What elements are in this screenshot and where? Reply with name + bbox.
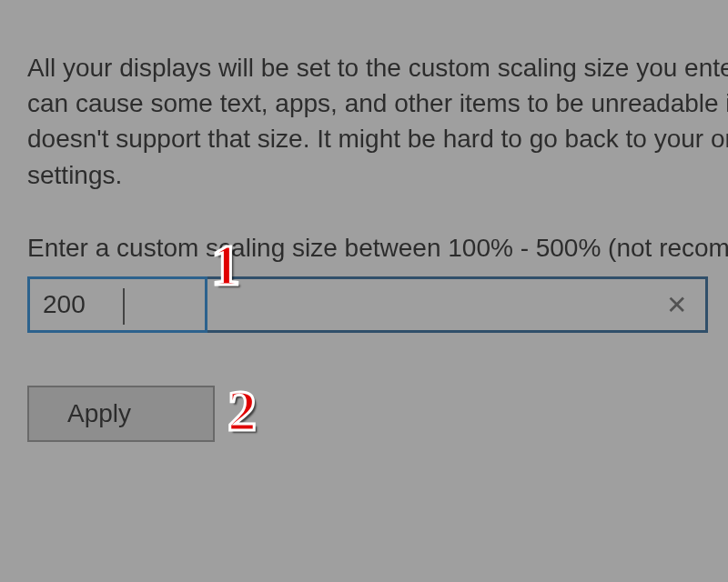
- custom-scaling-input[interactable]: [30, 279, 207, 330]
- desc-line-3: doesn't support that size. It might be h…: [27, 121, 701, 156]
- text-caret: [123, 288, 125, 325]
- desc-line-1: All your displays will be set to the cus…: [27, 50, 701, 85]
- apply-button[interactable]: Apply: [27, 386, 215, 442]
- clear-input-icon[interactable]: ✕: [666, 289, 687, 319]
- scaling-description: All your displays will be set to the cus…: [27, 50, 701, 193]
- scaling-input-row: ✕: [27, 276, 708, 333]
- desc-line-2: can cause some text, apps, and other ite…: [27, 85, 701, 121]
- desc-line-4: settings.: [27, 157, 701, 193]
- scaling-instruction: Enter a custom scaling size between 100%…: [27, 234, 701, 263]
